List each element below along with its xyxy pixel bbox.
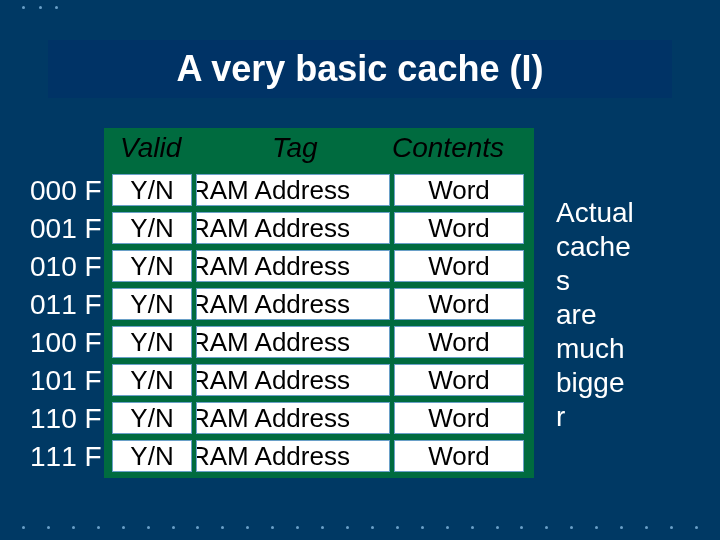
cell-valid: Y/N — [112, 288, 192, 320]
cell-tag: RAM Address — [196, 288, 390, 320]
side-note-line: much — [556, 332, 696, 366]
cell-contents: Word — [394, 364, 524, 396]
cell-contents: Word — [394, 174, 524, 206]
cell-valid: Y/N — [112, 364, 192, 396]
cache-table-body: Y/NRAM AddressWordY/NRAM AddressWordY/NR… — [104, 172, 534, 476]
row-index-label: 110 F — [30, 400, 102, 438]
side-note-line: Actual — [556, 196, 696, 230]
cell-tag: RAM Address — [196, 326, 390, 358]
table-row: Y/NRAM AddressWord — [104, 210, 534, 248]
row-index-label: 101 F — [30, 362, 102, 400]
table-row: Y/NRAM AddressWord — [104, 400, 534, 438]
row-index-label: 100 F — [30, 324, 102, 362]
side-note-line: s — [556, 264, 696, 298]
table-row: Y/NRAM AddressWord — [104, 286, 534, 324]
table-row: Y/NRAM AddressWord — [104, 172, 534, 210]
side-note-line: bigge — [556, 366, 696, 400]
side-note-line: are — [556, 298, 696, 332]
row-index-label: 011 F — [30, 286, 102, 324]
cell-tag: RAM Address — [196, 440, 390, 472]
cell-contents: Word — [394, 440, 524, 472]
cell-contents: Word — [394, 212, 524, 244]
cell-valid: Y/N — [112, 250, 192, 282]
table-row: Y/NRAM AddressWord — [104, 362, 534, 400]
cell-tag: RAM Address — [196, 212, 390, 244]
side-note-line: cache — [556, 230, 696, 264]
side-note: Actualcachesaremuchbigger — [556, 196, 696, 434]
cell-valid: Y/N — [112, 326, 192, 358]
cell-contents: Word — [394, 402, 524, 434]
table-row: Y/NRAM AddressWord — [104, 324, 534, 362]
title-bar: A very basic cache (I) — [48, 40, 672, 98]
table-row: Y/NRAM AddressWord — [104, 438, 534, 476]
table-row: Y/NRAM AddressWord — [104, 248, 534, 286]
header-valid: Valid — [120, 132, 181, 164]
row-index-label: 111 F — [30, 438, 102, 476]
cell-valid: Y/N — [112, 402, 192, 434]
decoration-dots-bottom — [22, 526, 698, 529]
table-headers: Valid Tag Contents — [104, 128, 534, 168]
row-index-label: 001 F — [30, 210, 102, 248]
row-index-label: 010 F — [30, 248, 102, 286]
side-note-line: r — [556, 400, 696, 434]
cell-valid: Y/N — [112, 212, 192, 244]
cell-valid: Y/N — [112, 174, 192, 206]
decoration-dots-top — [22, 6, 58, 9]
cell-tag: RAM Address — [196, 174, 390, 206]
cell-contents: Word — [394, 250, 524, 282]
row-index-labels: 000 F001 F010 F011 F100 F101 F110 F111 F — [30, 172, 102, 476]
row-index-label: 000 F — [30, 172, 102, 210]
cell-tag: RAM Address — [196, 364, 390, 396]
slide-title: A very basic cache (I) — [177, 48, 544, 90]
cell-contents: Word — [394, 288, 524, 320]
cell-tag: RAM Address — [196, 402, 390, 434]
cell-contents: Word — [394, 326, 524, 358]
cell-valid: Y/N — [112, 440, 192, 472]
header-tag: Tag — [272, 132, 318, 164]
header-contents: Contents — [392, 132, 504, 164]
cell-tag: RAM Address — [196, 250, 390, 282]
